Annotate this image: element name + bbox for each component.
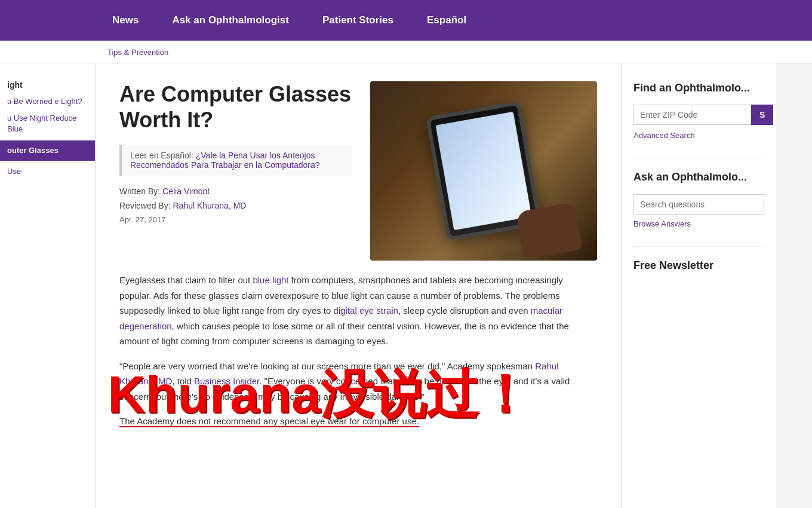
digital-eye-strain-link[interactable]: digital eye strain xyxy=(334,305,398,316)
article-image xyxy=(370,81,597,261)
article-header: Are Computer Glasses Worth It? Leer en E… xyxy=(119,81,597,261)
written-by: Written By: Celia Vimont xyxy=(119,186,352,196)
article-text-block: Are Computer Glasses Worth It? Leer en E… xyxy=(119,81,352,261)
divider-1 xyxy=(633,158,764,158)
find-ophthalmologist-title: Find an Ophthalmolo... xyxy=(633,81,764,95)
newsletter-title: Free Newsletter xyxy=(633,259,764,273)
zip-code-input[interactable] xyxy=(633,105,751,125)
page-layout: ight u Be Worried e Light? u Use Night R… xyxy=(0,63,812,508)
sidebar-link-night[interactable]: u Use Night Reduce Blue xyxy=(0,110,95,137)
spanish-label: Leer en Español: xyxy=(130,151,193,160)
left-sidebar: ight u Be Worried e Light? u Use Night R… xyxy=(0,63,96,508)
breadcrumb-link[interactable]: Tips & Prevention xyxy=(107,48,168,57)
reviewed-by: Reviewed By: Rahul Khurana, MD xyxy=(119,201,352,210)
article-title: Are Computer Glasses Worth It? xyxy=(119,81,352,133)
business-insider-link[interactable]: Business Insider xyxy=(194,376,259,386)
zip-search-button[interactable]: S xyxy=(751,105,773,125)
sidebar-link-blue-light[interactable]: u Be Worried e Light? xyxy=(0,93,95,110)
main-article: Are Computer Glasses Worth It? Leer en E… xyxy=(96,63,621,508)
zip-search-form: S xyxy=(633,105,764,125)
nav-ask-ophthalmologist[interactable]: Ask an Ophthalmologist xyxy=(155,0,306,41)
sidebar-link-use[interactable]: Use xyxy=(0,163,95,180)
article-date: Apr. 27, 2017 xyxy=(119,215,352,224)
sidebar-section-title: ight xyxy=(0,75,95,93)
advanced-search-link[interactable]: Advanced Search xyxy=(633,131,764,140)
breadcrumb-bar: Tips & Prevention xyxy=(0,41,812,63)
nav-patient-stories[interactable]: Patient Stories xyxy=(306,0,410,41)
right-sidebar: Find an Ophthalmolo... S Advanced Search… xyxy=(621,63,776,508)
nav-news[interactable]: News xyxy=(96,0,155,41)
spanish-translation-box: Leer en Español: ¿Vale la Pena Usar los … xyxy=(119,145,352,176)
article-footer: The Academy does not recommend any speci… xyxy=(119,414,597,429)
nav-espanol[interactable]: Español xyxy=(410,0,483,41)
blue-light-link[interactable]: blue light xyxy=(253,275,288,285)
author-link[interactable]: Celia Vimont xyxy=(162,186,210,196)
reviewer-link[interactable]: Rahul Khurana, MD xyxy=(173,201,246,210)
top-navigation: News Ask an Ophthalmologist Patient Stor… xyxy=(0,0,812,41)
search-questions-input[interactable] xyxy=(633,194,764,215)
divider-2 xyxy=(633,246,764,247)
hand-illustration xyxy=(516,202,583,259)
sidebar-link-computer-glasses[interactable]: outer Glasses xyxy=(0,140,95,161)
article-body: Eyeglasses that claim to filter out blue… xyxy=(119,273,597,429)
ask-ophthalmologist-title: Ask an Ophthalmolo... xyxy=(633,170,764,184)
browse-answers-link[interactable]: Browse Answers xyxy=(633,219,764,228)
tablet-screen xyxy=(436,112,532,230)
article-quote: "People are very worried that we're look… xyxy=(119,359,597,405)
article-paragraph-1: Eyeglasses that claim to filter out blue… xyxy=(119,273,597,349)
